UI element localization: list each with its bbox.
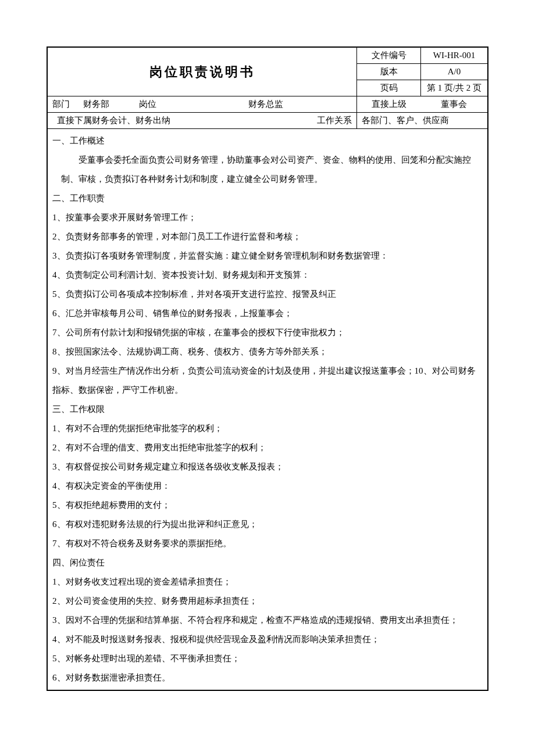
position-value-cell: 财务总监 xyxy=(175,96,357,113)
supervisor-value: 董事会 xyxy=(421,96,488,113)
s3-item: 4、有权决定资金的平衡使用： xyxy=(52,476,483,496)
version-label: 版本 xyxy=(357,64,421,80)
s3-item: 5、有权拒绝超标费用的支付； xyxy=(52,496,483,515)
section-1-body: 受董事会委托全面负责公司财务管理，协助董事会对公司资产、资金、物料的使用、回笼和… xyxy=(52,151,483,189)
s2-item: 7、公司所有付款计划和报销凭据的审核，在董事会的授权下行使审批权力； xyxy=(52,323,483,342)
s3-item: 3、有权督促按公司财务规定建立和报送各级收支帐及报表； xyxy=(52,457,483,476)
info-row-2: 直接下属财务会计、财务出纳 工作关系 各部门、客户、供应商 xyxy=(48,113,488,129)
s2-item: 8、按照国家法令、法规协调工商、税务、债权方、债务方等外部关系； xyxy=(52,342,483,361)
s3-item: 1、有对不合理的凭据拒绝审批签字的权利； xyxy=(52,419,483,438)
section-2-title: 二、工作职责 xyxy=(52,189,483,208)
header-table: 岗位职责说明书 文件编号 WI-HR-001 版本 A/0 页码 第 1 页/共… xyxy=(47,47,488,690)
s2-item: 5、负责拟订公司各项成本控制标准，并对各项开支进行监控、报警及纠正 xyxy=(52,285,483,304)
dept-cell: 部门 财务部 xyxy=(48,96,135,113)
relation-value: 各部门、客户、供应商 xyxy=(357,113,488,129)
s3-item: 7、有权对不符合税务及财务要求的票据拒绝。 xyxy=(52,534,483,553)
s3-item: 2、有对不合理的借支、费用支出拒绝审批签字的权利； xyxy=(52,438,483,457)
s4-item: 5、对帐务处理时出现的差错、不平衡承担责任； xyxy=(52,649,483,668)
document-container: 岗位职责说明书 文件编号 WI-HR-001 版本 A/0 页码 第 1 页/共… xyxy=(47,46,488,691)
page-value: 第 1 页/共 2 页 xyxy=(421,80,488,96)
s2-item: 9、对当月经营生产情况作出分析，负责公司流动资金的计划及使用，并提出建议报送董事… xyxy=(52,361,483,400)
position-label: 岗位 xyxy=(139,99,156,109)
relation-label: 工作关系 xyxy=(317,116,352,125)
section-4-title: 四、闲位责任 xyxy=(52,553,483,572)
dept-value: 财务部 xyxy=(83,99,109,109)
s2-item: 2、负责财务部事务的管理，对本部门员工工作进行监督和考核； xyxy=(52,227,483,246)
doc-no-label: 文件编号 xyxy=(357,48,421,64)
page-label: 页码 xyxy=(357,80,421,96)
relation-label-cell: 工作关系 xyxy=(175,113,357,129)
doc-no-value: WI-HR-001 xyxy=(421,48,488,64)
s2-item: 4、负责制定公司利泗计划、资本投资计划、财务规划和开支预算： xyxy=(52,266,483,285)
s4-item: 2、对公司资金使用的失控、财务费用超标承担责任； xyxy=(52,592,483,611)
position-label-cell: 岗位 xyxy=(134,96,174,113)
s2-item: 3、负责拟订各项财务管理制度，并监督实施：建立健全财务管理机制和财务数据管理： xyxy=(52,246,483,266)
dept-label: 部门 xyxy=(52,99,70,109)
section-1-title: 一、工作概述 xyxy=(52,131,483,151)
section-3-title: 三、工作权限 xyxy=(52,400,483,419)
s4-item: 4、对不能及时报送财务报表、报税和提供经营现金及盈利情况而影响决策承担责任； xyxy=(52,630,483,649)
s2-item: 1、按董事会要求开展财务管理工作； xyxy=(52,208,483,227)
s2-item: 6、汇总并审核每月公司、销售单位的财务报表，上报董事会； xyxy=(52,304,483,323)
version-value: A/0 xyxy=(421,64,488,80)
body-cell: 一、工作概述 受董事会委托全面负责公司财务管理，协助董事会对公司资产、资金、物料… xyxy=(48,129,488,690)
supervisor-label: 直接上级 xyxy=(357,96,421,113)
s4-item: 3、因对不合理的凭据和结算单据、不符合程序和规定，检查不严格造成的违规报销、费用… xyxy=(52,611,483,630)
position-value: 财务总监 xyxy=(248,99,283,109)
subordinate-value: 直接下属财务会计、财务出纳 xyxy=(57,116,170,125)
info-row-1: 部门 财务部 岗位 财务总监 直接上级 董事会 xyxy=(48,96,488,113)
subordinate-cell: 直接下属财务会计、财务出纳 xyxy=(48,113,175,129)
s4-item: 1、对财务收支过程出现的资金差错承担责任； xyxy=(52,572,483,592)
s4-item: 6、对财务数据泄密承担责任。 xyxy=(52,668,483,687)
doc-title: 岗位职责说明书 xyxy=(48,48,357,96)
s3-item: 6、有权对违犯财务法規的行为提出批评和纠正意见； xyxy=(52,515,483,534)
